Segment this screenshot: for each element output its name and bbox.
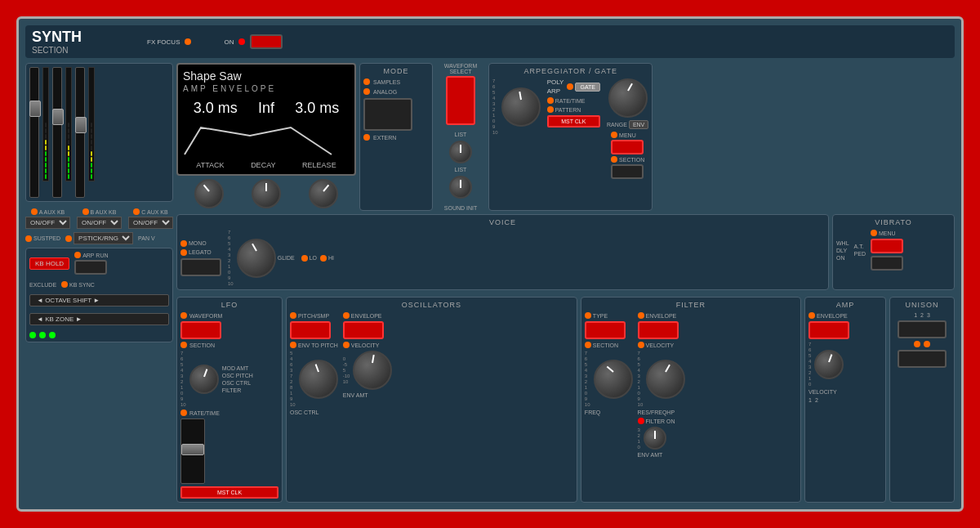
meter-seg [91,134,92,139]
unison-toggle-1[interactable] [898,320,947,338]
exclude-label: EXCLUDE [29,282,56,288]
list-knob-1[interactable] [449,141,472,163]
lfo-fader-handle[interactable] [181,444,204,455]
waveform-select-toggle[interactable] [446,76,475,125]
vibrato-menu-led [871,230,877,236]
filter-type-toggle[interactable] [585,321,626,339]
kb-hold-button[interactable]: KB HOLD [29,257,69,270]
lfo-waveform-toggle[interactable] [180,321,221,339]
fx-focus-led [185,38,191,45]
kb-zone-button[interactable]: ◄ KB ZONE ► [29,313,169,325]
filter-freq-label: FREQ [585,409,633,415]
filter-env-amt-knob[interactable] [644,427,666,450]
unison-val-2: 2 [920,312,924,318]
meter-seg [68,128,69,133]
waveform-sound-col: WAVEFORM SELECT LIST LIST SOUND INIT [436,63,485,211]
glide-knob[interactable] [237,239,276,278]
filter-section-led [585,342,591,348]
kb-sync-led [61,281,68,288]
amp-env-toggle[interactable] [808,321,849,339]
hi-label: HI [328,255,334,261]
octave-shift-button[interactable]: ◄ OCTAVE SHIFT ► [29,294,169,307]
meter-seg [45,128,47,133]
osc-pitch-knob[interactable] [299,360,338,399]
whl-label: WHL [836,240,849,246]
unison-toggle-2[interactable] [898,350,947,368]
meter-seg [45,168,47,173]
filter-freq-knob[interactable] [594,360,633,399]
osc-env-to-pitch: ENV TO PITCH [298,342,338,348]
aux-c-select[interactable]: ON/OFF [128,217,173,229]
osc-env-toggle[interactable] [343,321,384,339]
arp-range-knob[interactable] [608,78,648,118]
mono-legato-toggle[interactable] [180,258,221,276]
pstick-select[interactable]: PSTICK/RNG [74,232,133,244]
meter-seg [68,151,69,156]
osc-right: ENVELOPE VELOCITY 0-5 5-10 [343,312,393,415]
filter-controls: TYPE SECTION 76 54 32 [585,312,797,458]
filter-res-knob[interactable] [646,360,685,399]
attack-knob[interactable] [194,179,224,208]
unison-led-1 [914,341,920,347]
kb-led-1 [29,332,36,338]
osc-env-scale: 0-5 5-10 10 [343,356,350,384]
filter-env-toggle[interactable] [638,321,679,339]
arp-rate-knob[interactable] [501,87,541,127]
synth-panel: SYNTH SECTION FX FOCUS ON [16,16,964,512]
decay-value: Inf [258,100,274,117]
filter-section-label: SECTION [593,342,618,348]
meter-seg [45,140,47,145]
lfo-osc-pitch-label: OSC PITCH [222,373,253,378]
fader-c-group [75,67,85,198]
list-knob-2[interactable] [449,176,472,199]
rate-time-row: RATE/TIME [547,97,600,104]
fader-a[interactable] [29,67,39,198]
fader-a-handle[interactable] [29,101,41,117]
arp-menu-toggle[interactable] [611,140,644,154]
release-knob[interactable] [309,179,338,208]
aux-a-select[interactable]: ON/OFF [25,217,70,229]
filter-section: FILTER TYPE SECTION [581,297,801,503]
gate-button[interactable]: GATE [575,83,600,92]
arp-run-toggle[interactable] [74,260,107,275]
decay-knob[interactable] [252,179,281,208]
filter-freq-group: 76 54 32 10 910 [585,351,633,407]
lfo-section-led [180,342,187,348]
osc-pitch-toggle[interactable] [290,321,331,339]
fader-c[interactable] [75,67,85,198]
meter-seg [91,128,92,133]
lfo-rate-knob[interactable] [189,365,219,394]
release-label: RELEASE [302,161,336,169]
filter-env-scale: 32 10 [638,427,640,450]
octave-shift-label: ◄ OCTAVE SHIFT ► [37,297,100,304]
fader-c-handle[interactable] [75,117,87,133]
center-panel: Shape Saw AMP ENVELOPE 3.0 ms Inf 3.0 ms [176,63,955,503]
unison-section: UNISON 1 2 3 [889,297,955,503]
mode-toggle[interactable] [363,98,412,131]
arp-section-toggle[interactable] [611,164,644,179]
filter-right: ENVELOPE VELOCITY 76 54 [638,312,686,458]
osc-env-knob-group: 0-5 5-10 10 [343,351,393,390]
osc-pitch-led [290,312,296,319]
bottom-section: LFO WAVEFORM SECTION [176,297,955,503]
env-button[interactable]: ENV [629,120,648,129]
aux-b-select[interactable]: ON/OFF [77,217,122,229]
voice-controls: MONO LEGATO 76 54 [180,230,825,286]
osc-env-knob[interactable] [353,351,392,390]
fader-b[interactable] [52,67,62,198]
lfo-mst-clk-button[interactable]: MST CLK [180,486,278,499]
vibrato-toggle-2[interactable] [871,256,903,271]
arp-mst-clk-button[interactable]: MST CLK [547,115,600,128]
fx-focus-label: FX FOCUS [147,38,180,46]
vibrato-menu-toggle[interactable] [871,239,903,253]
synth-title: SYNTH [32,29,82,45]
aux-b-led [82,208,89,215]
fader-b-handle[interactable] [52,109,64,125]
display-labels: ATTACK DECAY RELEASE [183,161,350,169]
amp-vel-knob[interactable] [814,350,844,379]
on-toggle[interactable] [250,34,283,49]
led-meter-b [65,67,72,181]
lfo-scale: 76 54 32 10 910 [180,351,186,407]
filter-env-led [638,312,644,319]
lfo-filter-fader[interactable] [180,418,205,484]
